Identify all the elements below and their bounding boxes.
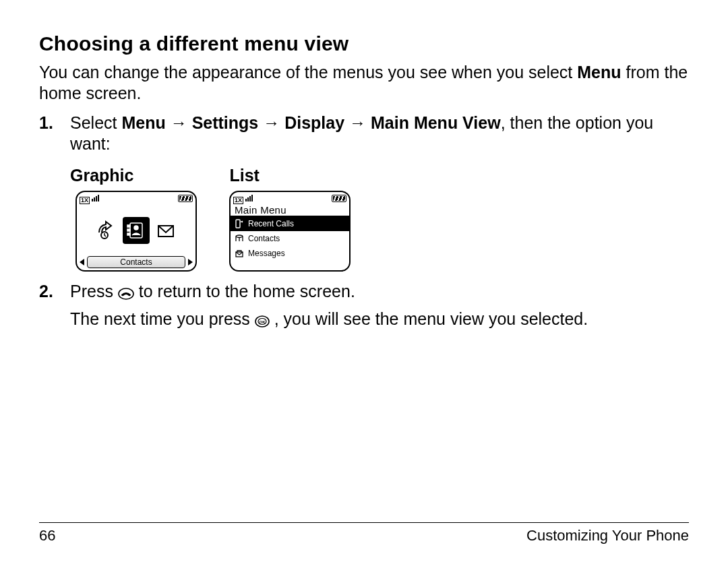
messages-icon: [152, 217, 179, 244]
svg-rect-3: [127, 229, 130, 231]
status-bar: 1X: [231, 192, 349, 204]
nav-right-icon: [188, 259, 193, 266]
contacts-label: Contacts: [87, 256, 185, 268]
step-2-line2-pre: The next time you press: [70, 309, 255, 328]
arrow-1: →: [166, 113, 192, 132]
step-2-line1-post: to return to the home screen.: [139, 282, 355, 301]
list-item-label: Messages: [248, 249, 285, 258]
arrow-3: →: [344, 113, 371, 132]
page-footer: 66 Customizing Your Phone: [39, 522, 689, 544]
list-item-label: Contacts: [248, 234, 280, 243]
page-number: 66: [39, 527, 55, 544]
nav-main-menu-view: Main Menu View: [371, 113, 501, 132]
recent-calls-row-icon: [235, 219, 244, 228]
step-1: 1. Select Menu → Settings → Display → Ma…: [70, 113, 689, 154]
list-item-messages: Messages: [231, 246, 349, 261]
step-1-pre: Select: [70, 113, 121, 132]
step-1-number: 1.: [39, 113, 53, 133]
label-list: List: [229, 166, 259, 185]
step-2-line2-post: , you will see the menu view you selecte…: [274, 309, 588, 328]
ok-key-icon: OK: [255, 311, 270, 332]
status-bar: 1X: [77, 192, 195, 204]
messages-row-icon: [235, 249, 244, 258]
nav-settings: Settings: [192, 113, 259, 132]
arrow-2: →: [258, 113, 284, 132]
step-2-line1-pre: Press: [70, 282, 118, 301]
list-item-label: Recent Calls: [248, 219, 294, 228]
nav-display: Display: [284, 113, 344, 132]
svg-rect-4: [127, 233, 130, 235]
nav-left-icon: [80, 259, 84, 266]
list-title: Main Menu: [231, 204, 349, 216]
intro-bold-menu: Menu: [577, 63, 621, 82]
label-graphic: Graphic: [70, 166, 133, 185]
list-view-preview: 1X Main Menu Recent Calls Contac: [229, 191, 351, 272]
step-2: 2. Press to return to the home screen. T…: [70, 281, 689, 332]
end-key-icon: [118, 284, 134, 305]
contacts-icon: [123, 217, 150, 244]
nav-menu: Menu: [121, 113, 165, 132]
signal-icon: 1X: [80, 192, 99, 204]
intro-paragraph: You can change the appearance of the men…: [39, 62, 689, 103]
signal-icon: 1X: [233, 192, 253, 204]
contacts-row-icon: [235, 234, 244, 243]
battery-icon: [332, 195, 346, 202]
recent-calls-icon: [93, 217, 120, 244]
intro-text-pre: You can change the appearance of the men…: [39, 63, 577, 82]
svg-rect-2: [127, 225, 130, 227]
graphic-view-preview: 1X C: [75, 191, 197, 272]
list-item-recent-calls: Recent Calls: [231, 216, 349, 231]
svg-rect-6: [236, 220, 240, 228]
svg-text:OK: OK: [259, 319, 266, 323]
svg-point-5: [134, 226, 138, 230]
list-item-contacts: Contacts: [231, 231, 349, 246]
step-2-number: 2.: [39, 281, 53, 302]
battery-icon: [178, 195, 193, 202]
footer-section: Customizing Your Phone: [526, 527, 689, 544]
section-heading: Choosing a different menu view: [39, 32, 689, 55]
